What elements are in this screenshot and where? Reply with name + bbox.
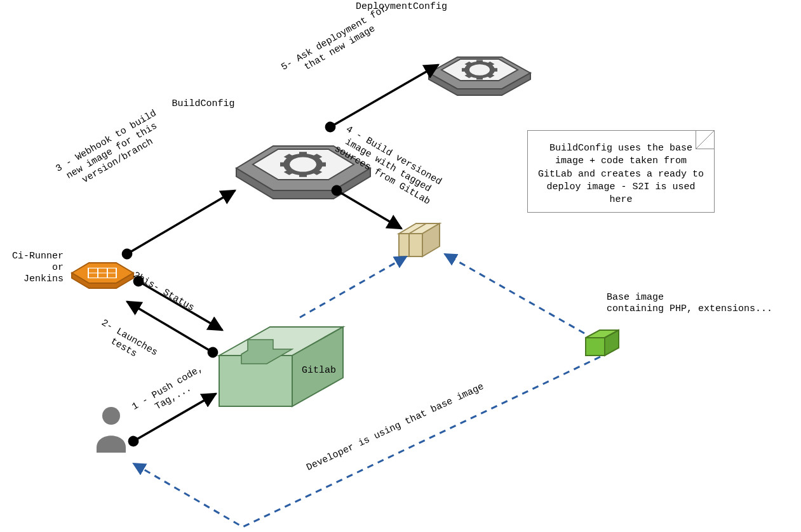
note-text: BuildConfig uses the base image + code t… [538, 143, 704, 205]
svg-point-27 [102, 407, 120, 425]
svg-point-10 [475, 67, 485, 73]
svg-line-6 [467, 63, 471, 65]
svg-line-18 [286, 170, 292, 173]
svg-line-8 [467, 74, 471, 77]
base-image-icon [586, 330, 619, 356]
build-config-label: BuildConfig [140, 98, 267, 110]
arrow-webhook [127, 190, 235, 254]
note-box: BuildConfig uses the base image + code t… [527, 130, 715, 213]
base-image-label: Base image containing PHP, extensions... [607, 292, 801, 315]
arrow-build-versioned [337, 190, 401, 229]
svg-line-17 [314, 170, 320, 173]
ci-runner-icon [72, 263, 133, 288]
arrow-ask-deployment [330, 65, 438, 127]
arrow-gitlab-to-version [300, 256, 407, 317]
diagram-canvas [0, 0, 801, 532]
svg-point-20 [297, 161, 309, 168]
note-fold-icon [696, 131, 714, 149]
arrow-base-to-version [445, 254, 584, 333]
developer-icon [97, 407, 126, 453]
ci-runner-label: Ci-Runner or Jenkins [0, 251, 64, 285]
svg-line-19 [314, 156, 320, 159]
versioned-image-icon [399, 223, 440, 256]
gitlab-label: Gitlab [302, 365, 378, 376]
svg-line-16 [286, 156, 292, 159]
svg-line-9 [488, 63, 492, 65]
svg-line-7 [488, 74, 492, 77]
deployment-config-icon [429, 57, 530, 95]
deployment-config-label: DeploymentConfig [306, 1, 497, 13]
